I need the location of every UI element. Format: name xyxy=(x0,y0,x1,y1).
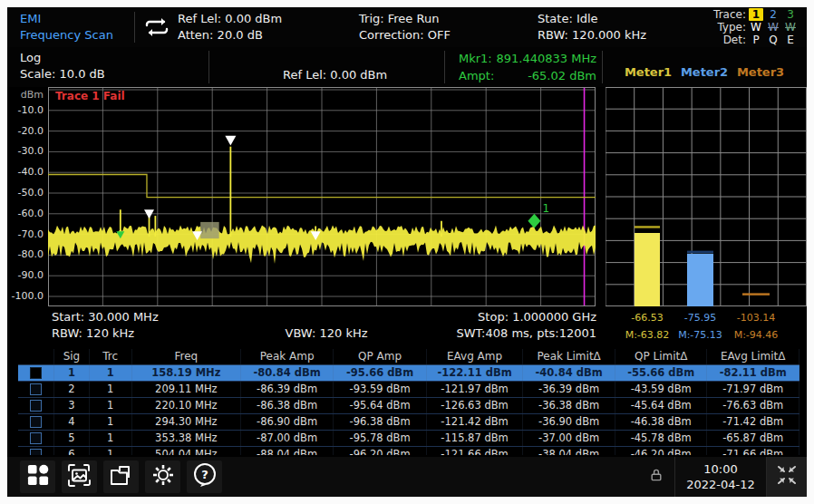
table-cell: -45.78 dBm xyxy=(615,431,708,446)
row-checkbox[interactable] xyxy=(30,432,42,444)
meter-tab-3[interactable]: Meter3 xyxy=(732,65,789,79)
marker-readout: Mkr1: 891.440833 MHz Ampt: -65.02 dBm xyxy=(459,50,596,84)
table-cell: 209.11 MHz xyxy=(132,382,241,397)
ref-level-2: Ref Lel: 0.00 dBm xyxy=(283,67,387,83)
spectrum-plot[interactable]: 1 Trace 1 Fail xyxy=(48,87,596,306)
row-checkbox[interactable] xyxy=(30,383,42,395)
y-axis-tick: -90.0 xyxy=(18,269,44,281)
row-checkbox[interactable] xyxy=(30,367,42,379)
table-cell: -86.90 dBm xyxy=(241,414,334,430)
row-checkbox-cell xyxy=(18,447,54,455)
table-cell: 1 xyxy=(90,365,132,381)
divider xyxy=(444,51,445,83)
table-cell: 6 xyxy=(54,447,89,455)
table-cell: -121.66 dBm xyxy=(427,447,524,455)
row-checkbox[interactable] xyxy=(30,416,42,428)
apps-grid-icon xyxy=(26,463,50,490)
trig-label: Trig: Free Run xyxy=(359,11,451,27)
y-axis-labels: dBm-10.0-20.0-30.0-40.0-50.0-60.0-70.0-8… xyxy=(7,87,48,314)
screenshot-button[interactable] xyxy=(62,460,97,493)
table-header-row: SigTrcFreqPeak AmpQP AmpEAvg AmpPeak Lim… xyxy=(18,349,799,365)
table-cell: -71.42 dBm xyxy=(707,414,799,430)
mode-block[interactable]: EMI Frequency Scan xyxy=(20,11,113,44)
peak-marker-white xyxy=(144,209,154,218)
y-axis-tick: -50.0 xyxy=(18,187,44,199)
table-row[interactable]: 51353.38 MHz-87.00 dBm-95.78 dBm-115.87 … xyxy=(18,431,799,447)
y-axis-tick: -40.0 xyxy=(18,166,44,178)
row-checkbox[interactable] xyxy=(30,449,42,455)
table-cell: 504.04 MHz xyxy=(132,447,241,455)
trace-cell-1[interactable]: P xyxy=(749,34,763,46)
peak-marker-white xyxy=(225,136,236,146)
lock-icon xyxy=(649,468,664,486)
date-label: 2022-04-12 xyxy=(684,477,757,492)
trace-cell-3[interactable]: 3 xyxy=(783,8,798,21)
lock-status xyxy=(638,468,674,486)
meter-tab-1[interactable]: Meter1 xyxy=(620,65,676,79)
divider xyxy=(208,51,209,83)
trace-summary-row: Trace:123 xyxy=(706,8,798,21)
help-icon: ? xyxy=(192,462,218,491)
table-row[interactable]: 21209.11 MHz-86.39 dBm-93.59 dBm-121.97 … xyxy=(18,382,799,398)
rbw-label: RBW: 120.000 kHz xyxy=(538,27,646,44)
column-header: Peak Amp xyxy=(241,349,334,364)
table-cell: 1 xyxy=(54,365,89,381)
scale-block[interactable]: Log Scale: 10.0 dB xyxy=(20,50,105,82)
meter-bar-2 xyxy=(687,254,713,306)
column-header: Trc xyxy=(90,349,132,364)
continuous-sweep-icon[interactable] xyxy=(143,16,170,42)
y-axis-tick: -80.0 xyxy=(18,248,44,260)
signal-table: SigTrcFreqPeak AmpQP AmpEAvg AmpPeak Lim… xyxy=(18,349,799,455)
y-axis-tick: -100.0 xyxy=(12,290,44,302)
table-cell: 1 xyxy=(90,431,132,446)
trace-summary-row: Det:PQE xyxy=(706,34,798,46)
ref-level-label: Ref Lel: 0.00 dBm xyxy=(178,11,282,27)
row-checkbox[interactable] xyxy=(30,400,42,412)
state-label: State: Idle xyxy=(538,11,646,27)
atten-label: Atten: 20.0 dB xyxy=(178,27,282,44)
trace-cell-1[interactable]: W xyxy=(749,21,763,34)
clock[interactable]: 10:00 2022-04-12 xyxy=(674,457,767,497)
trace-cell-1[interactable]: 1 xyxy=(749,8,763,21)
help-button[interactable]: ? xyxy=(187,460,222,493)
trace-cell-3[interactable]: E xyxy=(783,34,798,46)
column-header: EAvg Amp xyxy=(427,349,524,364)
meter-tab-2[interactable]: Meter2 xyxy=(676,65,732,79)
table-cell: -93.59 dBm xyxy=(334,382,426,397)
trace-summary[interactable]: Trace:123Type:WWWDet:PQE xyxy=(706,8,798,46)
table-cell: -80.84 dBm xyxy=(241,365,334,381)
stop-freq-label: Stop: 1.000000 GHz xyxy=(478,310,596,324)
trace-cell-2[interactable]: Q xyxy=(766,34,780,46)
home-menu-button[interactable] xyxy=(20,460,55,493)
table-row[interactable]: 61504.04 MHz-88.04 dBm-96.20 dBm-121.66 … xyxy=(18,447,799,455)
table-cell: -126.63 dBm xyxy=(427,398,524,413)
trace-cell-2[interactable]: 2 xyxy=(766,8,780,21)
table-row[interactable]: 31220.10 MHz-86.38 dBm-95.64 dBm-126.63 … xyxy=(18,398,799,414)
table-cell: 294.30 MHz xyxy=(132,414,241,430)
settings-button[interactable] xyxy=(145,460,180,493)
column-header: QP LimitΔ xyxy=(615,349,708,364)
table-cell: -71.66 dBm xyxy=(707,447,799,455)
trace-cell-3[interactable]: W xyxy=(783,21,798,34)
trace-cell-2[interactable]: W xyxy=(766,21,780,34)
file-save-button[interactable] xyxy=(103,460,139,493)
header-checkbox-spacer xyxy=(18,349,54,364)
table-cell: 2 xyxy=(54,382,89,397)
screenshot-icon xyxy=(67,463,92,491)
table-row[interactable]: 41294.30 MHz-86.90 dBm-96.38 dBm-121.42 … xyxy=(18,414,799,431)
file-save-icon xyxy=(109,463,133,491)
table-cell: -86.38 dBm xyxy=(241,398,334,413)
table-cell: -82.11 dBm xyxy=(707,365,799,381)
table-cell: -45.64 dBm xyxy=(615,398,708,413)
collapse-screen-button[interactable] xyxy=(767,457,807,497)
table-cell: -96.20 dBm xyxy=(334,447,426,455)
y-axis-unit: dBm xyxy=(21,89,44,101)
toolbar-right-cluster: 10:00 2022-04-12 xyxy=(638,457,807,497)
meter-bar-1 xyxy=(635,233,660,306)
divider xyxy=(602,51,603,83)
vbw-value-label: VBW: 120 kHz xyxy=(267,326,385,340)
table-row[interactable]: 11158.19 MHz-80.84 dBm-95.66 dBm-122.11 … xyxy=(18,365,799,382)
table-cell: -122.11 dBm xyxy=(427,365,524,381)
y-axis-tick: -30.0 xyxy=(18,145,44,157)
row-checkbox-cell xyxy=(18,414,54,430)
